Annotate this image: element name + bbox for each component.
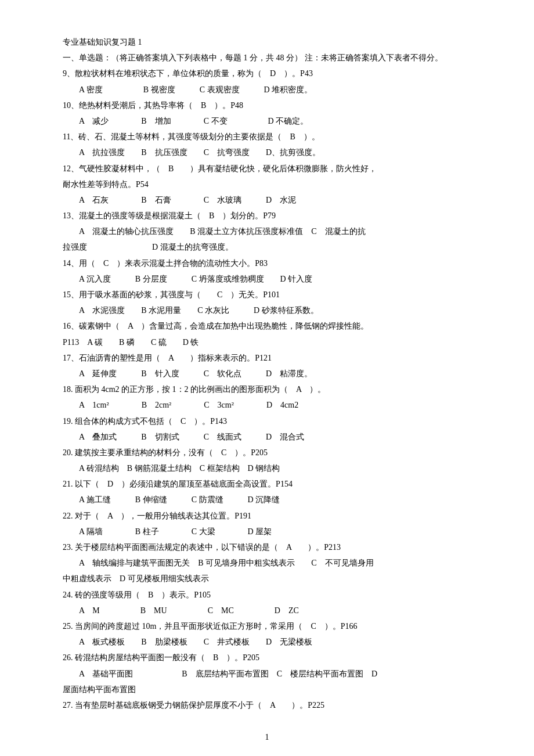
options-13b: 拉强度 D 混凝土的抗弯强度。 [46,240,488,254]
question-20: 20. 建筑按主要承重结构的材料分，没有（ C ）。P205 [46,445,488,460]
question-15: 15、用于吸水基面的砂浆，其强度与（ C ）无关。P101 [46,287,488,302]
question-23: 23. 关于楼层结构平面图画法规定的表述中，以下错误的是（ A ）。P213 [46,540,488,555]
question-27: 27. 当有垫层时基础底板钢受力钢筋保护层厚度不小于（ A ）。P225 [46,698,488,712]
question-13: 13、混凝土的强度等级是根据混凝土（ B ）划分的。P79 [46,208,488,223]
options-10: A 减少 B 增加 C 不变 D 不确定。 [46,114,488,128]
page-number: 1 [46,730,488,744]
options-22: A 隔墙 B 柱子 C 大梁 D 屋架 [46,524,488,539]
options-19: A 叠加式 B 切割式 C 线面式 D 混合式 [46,430,488,444]
options-26a: A 基础平面图 B 底层结构平面布置图 C 楼层结构平面布置图 D [46,667,488,681]
options-20: A 砖混结构 B 钢筋混凝土结构 C 框架结构 D 钢结构 [46,461,488,476]
options-17: A 延伸度 B 针入度 C 软化点 D 粘滞度。 [46,366,488,381]
options-13a: A 混凝土的轴心抗压强度 B 混凝土立方体抗压强度标准值 C 混凝土的抗 [46,224,488,239]
question-18: 18. 面积为 4cm2 的正方形，按 1：2 的比例画出的图形面积为（ A ）… [46,382,488,397]
options-9: A 密度 B 视密度 C 表观密度 D 堆积密度。 [46,82,488,97]
question-11: 11、砖、石、混凝土等材料，其强度等级划分的主要依据是（ B ）。 [46,129,488,144]
question-17: 17、石油沥青的塑性是用（ A ）指标来表示的。P121 [46,351,488,365]
options-14: A 沉入度 B 分层度 C 坍落度或维勃稠度 D 针入度 [46,272,488,286]
question-12: 12、气硬性胶凝材料中，（ B ）具有凝结硬化快，硬化后体积微膨胀，防火性好， [46,161,488,176]
options-11: A 抗拉强度 B 抗压强度 C 抗弯强度 D、抗剪强度。 [46,145,488,160]
question-22: 22. 对于（ A ），一般用分轴线表达其位置。P191 [46,509,488,523]
question-24: 24. 砖的强度等级用（ B ）表示。P105 [46,588,488,602]
page-title: 专业基础知识复习题 1 [46,35,488,49]
options-25: A 板式楼板 B 肋梁楼板 C 井式楼板 D 无梁楼板 [46,635,488,649]
options-21: A 施工缝 B 伸缩缝 C 防震缝 D 沉降缝 [46,492,488,507]
options-26b: 屋面结构平面布置图 [46,682,488,697]
options-24: A M B MU C MC D ZC [46,603,488,618]
question-19: 19. 组合体的构成方式不包括（ C ）。P143 [46,414,488,429]
question-25: 25. 当房间的跨度超过 10m，并且平面形状近似正方形时，常采用（ C ）。P… [46,619,488,633]
section-header: 一、单选题：（将正确答案填入下列表格中，每题 1 分，共 48 分） 注：未将正… [46,51,488,65]
page-content: 专业基础知识复习题 1 一、单选题：（将正确答案填入下列表格中，每题 1 分，共… [46,35,488,744]
options-23b: 中粗虚线表示 D 可见楼板用细实线表示 [46,571,488,586]
question-16: 16、碳素钢中（ A ）含量过高，会造成在加热中出现热脆性，降低钢的焊接性能。 [46,319,488,333]
question-12b: 耐水性差等到特点。P54 [46,177,488,192]
question-10: 10、绝热材料受潮后，其热导率将（ B ）。P48 [46,98,488,113]
question-26: 26. 砖混结构房屋结构平面图一般没有（ B ）。P205 [46,650,488,665]
options-18: A 1cm² B 2cm² C 3cm² D 4cm2 [46,398,488,412]
question-9: 9、散粒状材料在堆积状态下，单位体积的质量，称为（ D ）。P43 [46,66,488,81]
question-21: 21. 以下（ D ）必须沿建筑的屋顶至基础底面全高设置。P154 [46,477,488,491]
options-16: P113 A 碳 B 磷 C 硫 D 铁 [46,335,488,350]
options-12: A 石灰 B 石膏 C 水玻璃 D 水泥 [46,193,488,207]
options-15: A 水泥强度 B 水泥用量 C 水灰比 D 砂浆特征系数。 [46,303,488,318]
question-14: 14、用（ C ）来表示混凝土拌合物的流动性大小。P83 [46,256,488,271]
options-23a: A 轴线编排与建筑平面图无关 B 可见墙身用中粗实线表示 C 不可见墙身用 [46,556,488,570]
